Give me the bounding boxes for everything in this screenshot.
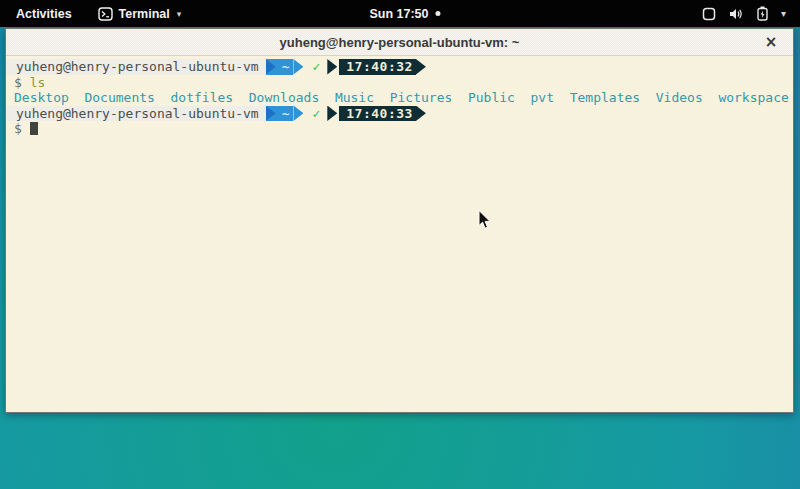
chevron-down-icon: ▾ [177, 9, 182, 19]
directory-entry: workspace [718, 90, 788, 105]
powerline-arrow-icon [327, 106, 337, 122]
directory-entry: dotfiles [171, 90, 234, 105]
prompt-timestamp: 17:40:33 [339, 106, 416, 122]
prompt-line: yuheng@henry-personal-ubuntu-vm ~ ✓ 17:4… [6, 59, 793, 75]
prompt-user-host: yuheng@henry-personal-ubuntu-vm [6, 106, 266, 122]
powerline-arrow-icon [416, 106, 426, 122]
status-check-icon: ✓ [312, 59, 320, 75]
prompt-symbol: $ [14, 75, 22, 90]
terminal-app-icon [98, 7, 113, 21]
window-titlebar[interactable]: yuheng@henry-personal-ubuntu-vm: ~ × [6, 29, 793, 56]
notification-dot [436, 11, 441, 16]
terminal-window: yuheng@henry-personal-ubuntu-vm: ~ × yuh… [5, 28, 794, 413]
prompt-timestamp: 17:40:32 [339, 59, 416, 75]
system-status-menu[interactable]: ▾ [696, 0, 792, 27]
directory-entry: Music [335, 90, 374, 105]
input-line[interactable]: $ [6, 121, 793, 137]
block-cursor [30, 122, 38, 135]
app-menu-label: Terminal [119, 7, 170, 21]
directory-entry: Templates [570, 90, 640, 105]
prompt-cwd: ~ [276, 59, 294, 74]
powerline-arrow-icon [327, 59, 337, 75]
directory-entry: Desktop [14, 90, 69, 105]
prompt-cwd-segment: ~ [266, 106, 294, 122]
close-icon[interactable]: × [762, 33, 780, 51]
battery-charging-icon [757, 6, 768, 21]
terminal-screen[interactable]: yuheng@henry-personal-ubuntu-vm ~ ✓ 17:4… [6, 57, 793, 412]
volume-icon [729, 7, 744, 21]
directory-entry: Videos [656, 90, 703, 105]
app-menu-terminal[interactable]: Terminal ▾ [94, 4, 186, 24]
directory-entry: Documents [84, 90, 154, 105]
powerline-arrow-icon [266, 59, 276, 75]
clock-label: Sun 17:50 [369, 7, 428, 21]
powerline-arrow-icon [416, 59, 426, 75]
window-title: yuheng@henry-personal-ubuntu-vm: ~ [280, 35, 520, 50]
directory-entry: Downloads [249, 90, 319, 105]
prompt-cwd: ~ [276, 106, 294, 121]
prompt-symbol: $ [14, 121, 22, 136]
directory-entry: Pictures [390, 90, 453, 105]
top-bar: Activities Terminal ▾ Sun 17:50 [0, 0, 800, 27]
command-line: $ ls [6, 75, 793, 91]
display-icon [702, 7, 716, 21]
powerline-arrow-icon [293, 59, 303, 75]
prompt-user-host: yuheng@henry-personal-ubuntu-vm [6, 59, 266, 75]
clock-menu[interactable]: Sun 17:50 [363, 3, 446, 25]
directory-entry: Public [468, 90, 515, 105]
command-text: ls [30, 75, 46, 90]
powerline-arrow-icon [293, 106, 303, 122]
prompt-cwd-segment: ~ [266, 59, 294, 75]
status-check-icon: ✓ [312, 106, 320, 122]
activities-button[interactable]: Activities [10, 3, 78, 25]
powerline-arrow-icon [266, 106, 276, 122]
ls-output-line: Desktop Documents dotfiles Downloads Mus… [6, 90, 793, 106]
chevron-down-icon: ▾ [781, 8, 786, 19]
prompt-line: yuheng@henry-personal-ubuntu-vm ~ ✓ 17:4… [6, 106, 793, 122]
directory-entry: pvt [531, 90, 554, 105]
